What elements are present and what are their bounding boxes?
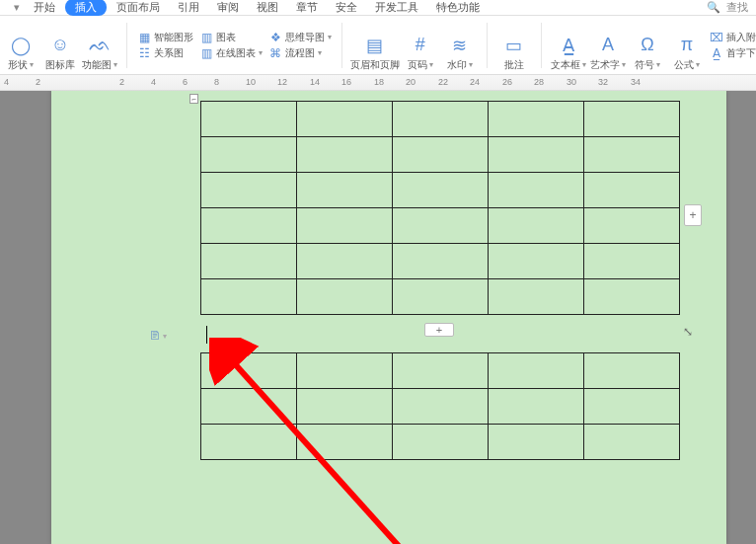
resize-handle-icon[interactable]: ⤡: [683, 325, 693, 339]
document-page[interactable]: ⌐ + + ⤡ 🖹 ▾: [51, 91, 726, 544]
table-cell[interactable]: [489, 425, 584, 460]
menu-chapter[interactable]: 章节: [288, 0, 326, 15]
ribbon-wordart[interactable]: A 艺术字▾: [591, 19, 625, 72]
ribbon-symbol[interactable]: Ω 符号▾: [631, 19, 664, 72]
menu-security[interactable]: 安全: [328, 0, 365, 15]
table-cell[interactable]: [297, 137, 393, 173]
menu-review[interactable]: 审阅: [209, 0, 247, 15]
ruler-tick: 24: [470, 77, 480, 87]
table-cell[interactable]: [201, 389, 297, 425]
funcgraph-icon: ᨒ: [89, 35, 111, 56]
table-cell[interactable]: [201, 244, 297, 279]
ribbon-textbox[interactable]: A̲ 文本框▾: [552, 19, 585, 72]
table-cell[interactable]: [393, 244, 489, 279]
table-cell[interactable]: [584, 208, 680, 244]
table-cell[interactable]: [489, 173, 584, 208]
table-2[interactable]: [200, 352, 680, 460]
table-cell[interactable]: [393, 173, 489, 208]
section-type-indicator[interactable]: 🖹 ▾: [149, 329, 167, 343]
table-cell[interactable]: [584, 173, 680, 208]
menu-start[interactable]: 开始: [26, 0, 63, 15]
table-cell[interactable]: [201, 279, 297, 315]
ribbon-pagenum[interactable]: # 页码▾: [404, 19, 437, 72]
ribbon-watermark[interactable]: ≋ 水印▾: [443, 19, 477, 72]
table-cell[interactable]: [297, 102, 393, 137]
table-cell[interactable]: [584, 244, 680, 279]
ribbon-iconlib[interactable]: ☺ 图标库: [43, 19, 77, 72]
ribbon-flowchart[interactable]: ⌘流程图▾: [268, 46, 332, 60]
menu-insert[interactable]: 插入: [65, 0, 107, 16]
menu-devtools[interactable]: 开发工具: [367, 0, 426, 15]
add-column-button[interactable]: +: [684, 204, 702, 226]
table-row: [201, 102, 680, 137]
table-cell[interactable]: [489, 279, 584, 315]
table-1[interactable]: [200, 101, 680, 315]
ribbon-dropcap[interactable]: A̲首字下: [710, 46, 756, 60]
menu-page-layout[interactable]: 页面布局: [109, 0, 168, 15]
ribbon-comment[interactable]: ▭ 批注: [497, 19, 531, 72]
table-cell[interactable]: [393, 389, 489, 425]
table-cell[interactable]: [297, 279, 393, 315]
table-cell[interactable]: [297, 389, 393, 425]
search-label[interactable]: 查找: [726, 0, 756, 15]
table-cell[interactable]: [584, 353, 680, 389]
ribbon-funcgraph[interactable]: ᨒ 功能图▾: [83, 19, 116, 72]
table-row: [201, 244, 680, 279]
file-dropdown-icon[interactable]: ▾: [10, 1, 24, 14]
text-cursor: [206, 326, 207, 344]
ribbon-chart-stack: ▥图表 ▥在线图表▾: [199, 19, 263, 72]
table-cell[interactable]: [201, 353, 297, 389]
table-cell[interactable]: [201, 425, 297, 460]
table-cell[interactable]: [201, 208, 297, 244]
table-cell[interactable]: [201, 102, 297, 137]
table-cell[interactable]: [297, 208, 393, 244]
table-cell[interactable]: [584, 137, 680, 173]
ribbon-smartgraph[interactable]: ▦智能图形: [137, 31, 193, 44]
table-row: [201, 425, 680, 460]
table-cell[interactable]: [297, 244, 393, 279]
table-cell[interactable]: [297, 425, 393, 460]
table-cell[interactable]: [584, 389, 680, 425]
table-cell[interactable]: [489, 208, 584, 244]
table-cell[interactable]: [297, 353, 393, 389]
table-cell[interactable]: [201, 137, 297, 173]
table-cell[interactable]: [489, 137, 584, 173]
separator: [541, 23, 542, 68]
shapes-icon: ◯: [10, 35, 32, 56]
ribbon-relation[interactable]: ☷关系图: [137, 46, 193, 60]
table-cell[interactable]: [489, 244, 584, 279]
table-cell[interactable]: [489, 389, 584, 425]
textbox-icon: A̲: [558, 35, 579, 56]
ribbon-headerfooter[interactable]: ▤ 页眉和页脚: [352, 19, 398, 72]
ribbon-shapes[interactable]: ◯ 形状▾: [4, 19, 38, 72]
ribbon-onlinechart[interactable]: ▥在线图表▾: [199, 46, 263, 60]
table-cell[interactable]: [393, 208, 489, 244]
table-cell[interactable]: [393, 102, 489, 137]
table-cell[interactable]: [393, 137, 489, 173]
menu-view[interactable]: 视图: [249, 0, 286, 15]
search-icon[interactable]: 🔍: [703, 1, 724, 14]
table-cell[interactable]: [393, 279, 489, 315]
table-cell[interactable]: [584, 425, 680, 460]
ribbon-mindmap[interactable]: ❖思维导图▾: [268, 31, 332, 44]
chevron-down-icon: ▾: [113, 60, 117, 69]
table-cell[interactable]: [584, 279, 680, 315]
table-cell[interactable]: [297, 173, 393, 208]
ribbon-chart[interactable]: ▥图表: [199, 31, 263, 44]
add-row-button[interactable]: +: [424, 323, 454, 337]
table-cell[interactable]: [393, 353, 489, 389]
ribbon-formula[interactable]: π 公式▾: [670, 19, 704, 72]
table-cell[interactable]: [393, 425, 489, 460]
table-cell[interactable]: [584, 102, 680, 137]
horizontal-ruler[interactable]: 42246810121416182022242628303234: [0, 75, 756, 91]
table-cell[interactable]: [201, 173, 297, 208]
table-row: [201, 208, 680, 244]
menu-featured[interactable]: 特色功能: [428, 0, 488, 15]
tab-marker[interactable]: ⌐: [189, 94, 198, 104]
ruler-tick: 28: [534, 77, 544, 87]
chevron-down-icon: ▾: [30, 60, 34, 69]
table-cell[interactable]: [489, 102, 584, 137]
menu-references[interactable]: 引用: [170, 0, 207, 15]
table-cell[interactable]: [489, 353, 584, 389]
ribbon-attach[interactable]: ⌧插入附: [710, 31, 756, 44]
